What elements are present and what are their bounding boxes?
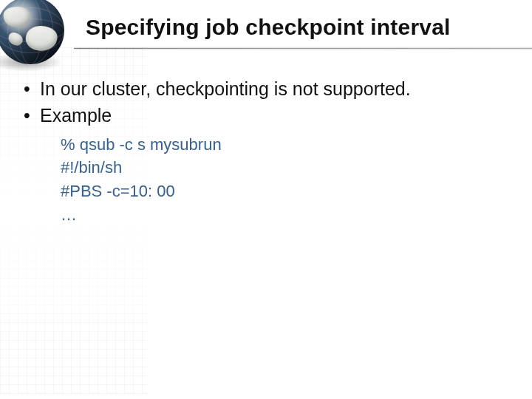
code-line: % qsub -c s mysubrun bbox=[61, 133, 502, 157]
code-line: … bbox=[61, 203, 502, 227]
bullet-text: In our cluster, checkpointing is not sup… bbox=[40, 78, 411, 99]
example-code: % qsub -c s mysubrun #!/bin/sh #PBS -c=1… bbox=[61, 133, 502, 228]
bullet-text: Example bbox=[40, 105, 112, 126]
globe-illustration bbox=[0, 0, 78, 78]
slide-title: Specifying job checkpoint interval bbox=[86, 15, 514, 40]
title-divider bbox=[74, 47, 532, 50]
code-line: #!/bin/sh bbox=[61, 156, 502, 180]
code-line: #PBS -c=10: 00 bbox=[61, 180, 502, 203]
slide-body: In our cluster, checkpointing is not sup… bbox=[21, 77, 502, 227]
bullet-item: Example bbox=[21, 103, 502, 129]
bullet-item: In our cluster, checkpointing is not sup… bbox=[21, 77, 502, 102]
